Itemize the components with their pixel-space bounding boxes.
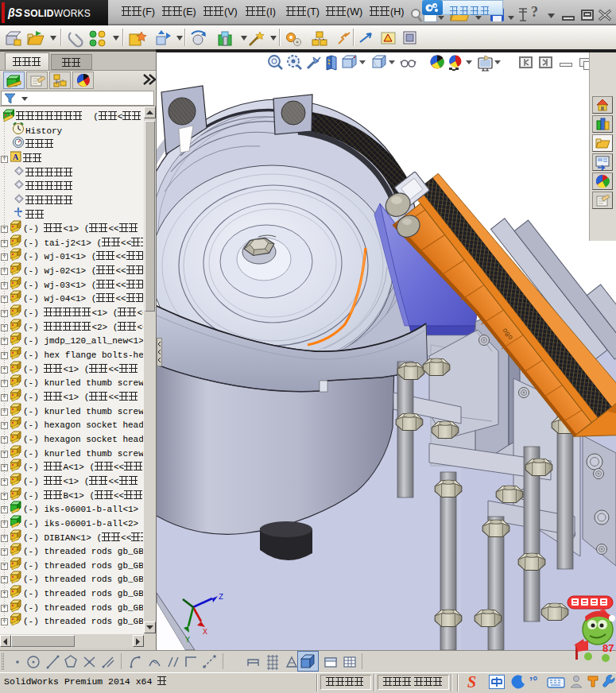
svg-text:87: 87 [602,642,614,654]
svg-text:X: X [203,628,207,637]
svg-text:Z: Z [219,593,223,602]
svg-text:Y: Y [185,636,190,645]
